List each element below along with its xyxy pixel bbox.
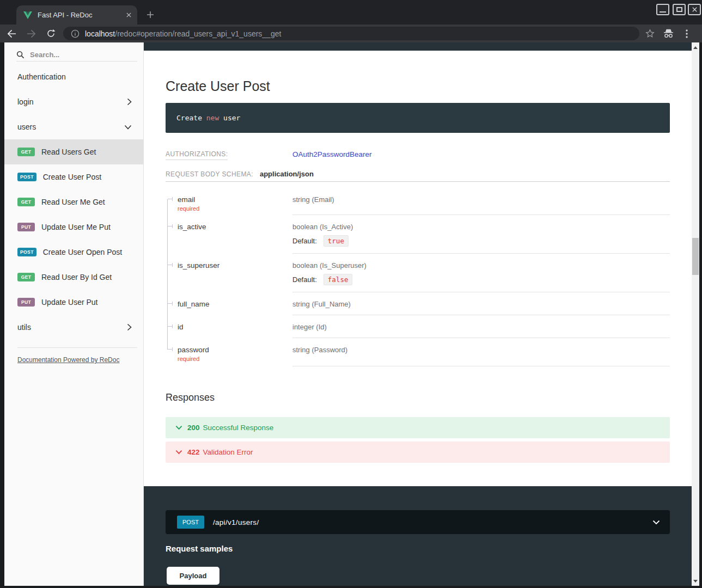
field-type: string (Email) bbox=[292, 195, 670, 204]
schema-fields: email required string (Email) is_active … bbox=[166, 191, 670, 366]
method-badge-get: GET bbox=[17, 198, 35, 206]
field-name: is_superuser bbox=[178, 261, 292, 270]
chevron-down-icon bbox=[652, 520, 660, 525]
method-badge-post: POST bbox=[17, 173, 36, 181]
sidebar-item-login[interactable]: login bbox=[4, 89, 144, 114]
window-close-button[interactable] bbox=[688, 4, 701, 15]
search-divider bbox=[16, 61, 137, 62]
tab-title: Fast API - ReDoc bbox=[38, 11, 123, 19]
sidebar-item-read-users-get[interactable]: GET Read Users Get bbox=[4, 139, 144, 164]
browser-toolbar: localhost/redoc#operation/read_users_api… bbox=[0, 24, 702, 42]
authorizations-row: AUTHORIZATIONS: OAuth2PasswordBearer bbox=[166, 150, 372, 158]
window-maximize-button[interactable] bbox=[673, 4, 686, 15]
payload-tab[interactable]: Payload bbox=[167, 567, 219, 585]
sidebar-divider bbox=[17, 347, 137, 348]
sidebar-item-read-user-me-get[interactable]: GET Read User Me Get bbox=[4, 189, 144, 215]
endpoint-description-code: Create new user bbox=[166, 103, 670, 133]
scroll-up-arrow-icon[interactable] bbox=[692, 44, 699, 51]
method-badge-post: POST bbox=[17, 248, 36, 256]
browser-tab[interactable]: Fast API - ReDoc bbox=[16, 5, 137, 24]
bookmark-star-icon[interactable] bbox=[642, 26, 658, 41]
sidebar-section-label: Authentication bbox=[17, 72, 144, 81]
code-text: Create bbox=[176, 114, 206, 122]
field-name: password bbox=[178, 346, 292, 354]
url-path: /redoc#operation/read_users_api_v1_users… bbox=[115, 29, 281, 38]
back-button[interactable] bbox=[3, 26, 20, 41]
response-code: 422 bbox=[187, 448, 200, 456]
field-type: boolean (Is_Superuser) bbox=[292, 261, 670, 270]
scroll-down-arrow-icon[interactable] bbox=[692, 577, 699, 585]
sidebar-item-label: Update User Me Put bbox=[41, 223, 111, 231]
search-icon bbox=[16, 51, 25, 59]
sidebar-menu: Authentication login users GET Read User… bbox=[4, 64, 144, 364]
default-label: Default: bbox=[292, 237, 317, 245]
field-name-cell: full_name bbox=[166, 292, 292, 315]
chevron-down-icon bbox=[175, 425, 182, 430]
request-body-schema-label: REQUEST BODY SCHEMA: bbox=[166, 170, 253, 178]
field-type-cell: boolean (Is_Active) Default: true bbox=[292, 215, 670, 254]
schema-field-row-is-active: is_active boolean (Is_Active) Default: t… bbox=[166, 215, 670, 254]
sidebar: Authentication login users GET Read User… bbox=[4, 42, 144, 586]
tab-close-icon[interactable] bbox=[126, 12, 132, 18]
search-input[interactable] bbox=[30, 51, 123, 59]
authorizations-label: AUTHORIZATIONS: bbox=[166, 150, 292, 158]
maximize-icon bbox=[676, 7, 682, 12]
sidebar-item-label: Read Users Get bbox=[41, 148, 96, 156]
response-200-bar[interactable]: 200 Successful Response bbox=[166, 417, 670, 438]
field-name-cell: is_active bbox=[166, 215, 292, 254]
tree-connector-icon bbox=[168, 265, 173, 265]
schema-field-row-email: email required string (Email) bbox=[166, 191, 670, 215]
sidebar-item-label: Read User By Id Get bbox=[41, 273, 112, 281]
tree-connector-icon bbox=[168, 326, 173, 327]
sidebar-section-label: utils bbox=[17, 323, 127, 332]
field-type: string (Full_Name) bbox=[292, 300, 670, 308]
sidebar-section-label: users bbox=[17, 122, 124, 131]
field-type-cell: string (Password) bbox=[292, 338, 670, 366]
sidebar-item-update-user-me-put[interactable]: PUT Update User Me Put bbox=[4, 215, 144, 240]
sidebar-section-label: login bbox=[17, 97, 127, 106]
method-badge-put: PUT bbox=[17, 223, 35, 231]
sidebar-item-create-user-post[interactable]: POST Create User Post bbox=[4, 164, 144, 189]
field-name-cell: id bbox=[166, 315, 292, 338]
scrollbar-thumb[interactable] bbox=[692, 238, 699, 275]
field-name-cell: password required bbox=[166, 338, 292, 366]
schema-top-divider bbox=[166, 181, 670, 182]
oauth2-link[interactable]: OAuth2PasswordBearer bbox=[292, 150, 372, 158]
sidebar-item-create-user-open-post[interactable]: POST Create User Open Post bbox=[4, 240, 144, 265]
page-info-icon[interactable] bbox=[71, 29, 80, 38]
browser-menu-button[interactable] bbox=[679, 26, 695, 41]
url-bar[interactable]: localhost/redoc#operation/read_users_api… bbox=[63, 27, 639, 40]
sidebar-item-authentication[interactable]: Authentication bbox=[4, 64, 144, 89]
redoc-footer-link[interactable]: Documentation Powered by ReDoc bbox=[17, 356, 144, 364]
reload-button[interactable] bbox=[42, 26, 59, 41]
sidebar-item-utils[interactable]: utils bbox=[4, 315, 144, 340]
endpoint-path-dropdown[interactable]: POST /api/v1/users/ bbox=[166, 510, 670, 534]
field-default: Default: false bbox=[292, 274, 670, 285]
chevron-down-icon bbox=[124, 125, 132, 130]
sidebar-item-update-user-put[interactable]: PUT Update User Put bbox=[4, 290, 144, 315]
field-type-cell: integer (Id) bbox=[292, 315, 670, 338]
window-minimize-button[interactable] bbox=[656, 4, 669, 15]
field-name-cell: is_superuser bbox=[166, 254, 292, 292]
sidebar-item-users[interactable]: users bbox=[4, 114, 144, 139]
tree-connector-icon bbox=[168, 303, 173, 304]
favicon-vue-icon bbox=[23, 11, 32, 19]
page-title: Create User Post bbox=[166, 78, 270, 94]
responses-title: Responses bbox=[166, 392, 215, 403]
request-body-media-type: application/json bbox=[260, 170, 314, 178]
schema-field-row-full-name: full_name string (Full_Name) bbox=[166, 292, 670, 315]
tree-connector-icon bbox=[168, 349, 173, 350]
page-scrollbar[interactable] bbox=[692, 42, 699, 586]
sidebar-item-read-user-by-id-get[interactable]: GET Read User By Id Get bbox=[4, 265, 144, 290]
url-host: localhost bbox=[85, 29, 115, 38]
search-box[interactable] bbox=[4, 47, 144, 62]
field-type: integer (Id) bbox=[292, 323, 670, 331]
field-default: Default: true bbox=[292, 235, 670, 247]
chevron-down-icon bbox=[175, 450, 182, 455]
forward-button[interactable] bbox=[23, 26, 39, 41]
default-value-chip: true bbox=[323, 235, 349, 247]
field-type-cell: boolean (Is_Superuser) Default: false bbox=[292, 254, 670, 292]
new-tab-button[interactable] bbox=[143, 8, 157, 22]
response-422-bar[interactable]: 422 Validation Error bbox=[166, 442, 670, 463]
field-name: id bbox=[178, 323, 292, 331]
